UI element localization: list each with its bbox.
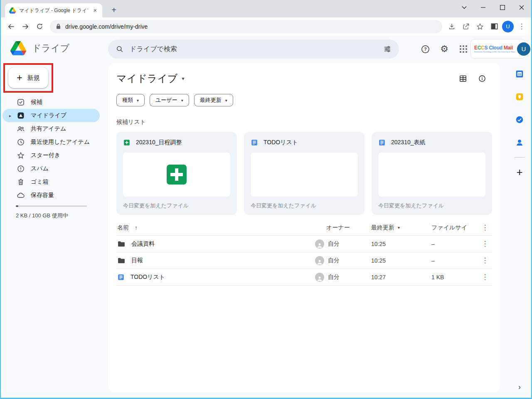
sidebar: + 新規 候補 ▸ マイドライブ 共有アイテム 最近使用したアイ xyxy=(0,63,106,399)
drive-logo xyxy=(10,41,26,55)
chevron-down-icon: ▾ xyxy=(398,225,400,230)
window-menu-chevron-icon[interactable] xyxy=(455,0,474,15)
tab-title: マイドライブ - Google ドライブ xyxy=(19,7,88,14)
chip-modified[interactable]: 最終更新 ▾ xyxy=(194,94,233,106)
tab-close-icon[interactable]: × xyxy=(91,7,99,14)
add-side-panel-app-icon[interactable]: + xyxy=(516,166,522,179)
row-menu-kebab-icon[interactable]: ⋮ xyxy=(478,239,492,248)
url-text: drive.google.com/drive/my-drive xyxy=(65,23,148,30)
search-input[interactable]: ドライブで検索 xyxy=(108,39,399,59)
sidebar-item-spam[interactable]: スパム xyxy=(2,162,100,175)
tasks-icon[interactable] xyxy=(515,115,524,124)
browser-menu-kebab-icon[interactable]: ⋮ xyxy=(515,20,528,33)
file-name: 会議資料 xyxy=(131,240,155,248)
sidebar-item-storage[interactable]: 保存容量 xyxy=(2,189,100,202)
chip-type[interactable]: 種類 ▾ xyxy=(116,94,145,106)
url-bar[interactable]: drive.google.com/drive/my-drive xyxy=(50,20,442,33)
expand-side-panel-chevron-icon[interactable]: › xyxy=(518,383,521,392)
lock-icon xyxy=(56,23,61,30)
column-header-modified[interactable]: 最終更新 xyxy=(371,224,394,232)
window-maximize-icon[interactable] xyxy=(493,0,512,15)
row-menu-kebab-icon[interactable]: ⋮ xyxy=(478,273,492,281)
clock-icon xyxy=(17,138,25,146)
forward-icon[interactable] xyxy=(19,20,32,33)
table-row[interactable]: 日報 自分 10:25 – ⋮ xyxy=(116,252,492,269)
window-close-icon[interactable] xyxy=(512,0,531,15)
expand-arrow-icon[interactable]: ▸ xyxy=(9,113,11,118)
download-icon[interactable] xyxy=(446,20,458,33)
search-options-tune-icon[interactable] xyxy=(383,45,392,53)
eccs-word-mail: Mail xyxy=(504,45,513,51)
eccs-word-cloud: Cloud xyxy=(488,45,504,51)
sidebar-item-starred[interactable]: スター付き xyxy=(2,149,100,162)
table-options-kebab-icon[interactable]: ⋮ xyxy=(478,223,492,232)
chip-people[interactable]: ユーザー ▾ xyxy=(150,94,189,106)
window-minimize-icon[interactable] xyxy=(474,0,493,15)
page-title[interactable]: マイドライブ xyxy=(116,72,177,85)
svg-text:?: ? xyxy=(424,47,426,52)
sort-ascending-icon[interactable]: ↑ xyxy=(135,224,138,231)
card-caption: 今日変更を加えたファイル xyxy=(378,202,485,209)
account-badge[interactable]: ECCS Cloud Mail Information Technology C… xyxy=(471,39,525,58)
chevron-down-icon: ▾ xyxy=(225,98,227,103)
card-file-name: 202310_表紙 xyxy=(391,139,426,146)
calendar-icon[interactable]: 31 xyxy=(515,69,524,79)
eccs-subtitle: Information Technology Center, The Unive… xyxy=(474,51,515,53)
apps-grid-icon[interactable] xyxy=(458,44,469,54)
table-row[interactable]: TODOリスト 自分 10:27 1 KB ⋮ xyxy=(116,269,492,286)
table-row[interactable]: 会議資料 自分 10:25 – ⋮ xyxy=(116,236,492,252)
side-panel-icon[interactable] xyxy=(488,20,500,33)
new-button[interactable]: + 新規 xyxy=(8,67,48,88)
sidebar-item-recent[interactable]: 最近使用したアイテム xyxy=(2,135,100,149)
suggestion-card[interactable]: 202310_日程調整 今日変更を加えたファイル xyxy=(116,132,237,215)
eccs-letter: E xyxy=(474,45,478,51)
search-icon xyxy=(116,45,124,53)
chip-label: 最終更新 xyxy=(200,96,222,104)
modified-time: 10:25 xyxy=(371,257,386,264)
column-header-name[interactable]: 名前 xyxy=(117,224,129,232)
help-icon[interactable]: ? xyxy=(420,44,431,54)
file-size: – xyxy=(431,257,435,264)
card-preview xyxy=(378,153,485,197)
sidebar-item-suggested[interactable]: 候補 xyxy=(2,96,100,109)
card-preview xyxy=(123,153,230,197)
suggestions-label: 候補リスト xyxy=(116,118,492,126)
sheets-file-icon xyxy=(123,139,131,146)
table-header-row: 名前 ↑ オーナー 最終更新 ▾ ファイルサイ ⋮ xyxy=(116,220,492,236)
new-tab-button[interactable]: + xyxy=(108,5,120,16)
sidebar-item-my-drive[interactable]: ▸ マイドライブ xyxy=(2,109,100,122)
window-controls xyxy=(455,0,531,15)
drive-header-icons: ? ⚙ xyxy=(420,39,469,59)
settings-gear-icon[interactable]: ⚙ xyxy=(439,44,450,54)
browser-tab[interactable]: マイドライブ - Google ドライブ × xyxy=(5,3,102,17)
keep-icon[interactable] xyxy=(515,92,524,101)
row-menu-kebab-icon[interactable]: ⋮ xyxy=(478,256,492,265)
card-preview xyxy=(251,153,358,197)
back-icon[interactable] xyxy=(5,20,17,33)
sidebar-item-shared[interactable]: 共有アイテム xyxy=(2,122,100,135)
info-icon[interactable] xyxy=(478,74,486,83)
modified-time: 10:27 xyxy=(371,274,386,281)
column-header-size[interactable]: ファイルサイ xyxy=(431,224,467,231)
share-icon[interactable] xyxy=(460,20,472,33)
account-avatar[interactable]: U xyxy=(517,42,530,56)
drive-favicon xyxy=(9,7,16,14)
owner-name: 自分 xyxy=(328,257,340,264)
title-caret-icon[interactable]: ▾ xyxy=(182,76,184,81)
sidebar-item-label: 候補 xyxy=(31,99,42,106)
browser-profile-avatar[interactable]: U xyxy=(502,21,514,32)
reload-icon[interactable] xyxy=(33,20,46,33)
eccs-logo: ECCS Cloud Mail Information Technology C… xyxy=(474,45,515,53)
sidebar-item-trash[interactable]: ゴミ箱 xyxy=(2,175,100,189)
docs-file-icon xyxy=(251,139,258,146)
column-header-owner[interactable]: オーナー xyxy=(326,224,350,232)
contacts-icon[interactable] xyxy=(515,138,524,147)
svg-text:31: 31 xyxy=(518,72,521,76)
drive-brand[interactable]: ドライブ xyxy=(10,41,69,55)
grid-view-icon[interactable] xyxy=(459,74,467,83)
suggestion-card[interactable]: TODOリスト 今日変更を加えたファイル xyxy=(244,132,365,215)
owner-name: 自分 xyxy=(328,240,340,248)
bookmark-star-icon[interactable] xyxy=(474,20,486,33)
suggestion-card[interactable]: 202310_表紙 今日変更を加えたファイル xyxy=(372,132,492,215)
chip-label: ユーザー xyxy=(155,96,177,104)
